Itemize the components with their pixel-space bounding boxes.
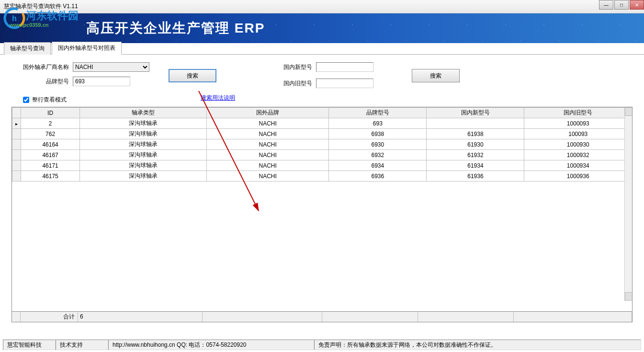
table-row[interactable]: 762 深沟球轴承 NACHI 6938 61938 100093 [12,129,632,139]
footer-label: 合计 [21,312,78,322]
col-id[interactable]: ID [21,108,79,118]
row-indicator [12,171,21,182]
col-type[interactable]: 轴承类型 [79,108,206,118]
cell-model[interactable]: 693 [329,118,427,129]
cell-old[interactable]: 1000932 [524,150,632,160]
cell-old[interactable]: 100093 [524,129,632,139]
search-form: 国外轴承厂商名称 NACHI 品牌型号 搜索 国内新型号 国内旧型号 [11,62,633,88]
cell-id[interactable]: 762 [21,129,79,139]
content-area: 国外轴承厂商名称 NACHI 品牌型号 搜索 国内新型号 国内旧型号 [0,55,644,322]
titlebar: 慧宏轴承型号查询软件 V1.11 — □ ✕ [0,0,644,13]
cell-type[interactable]: 深沟球轴承 [79,150,206,160]
domestic-new-input[interactable] [316,62,373,72]
cell-type[interactable]: 深沟球轴承 [79,160,206,171]
cell-new[interactable]: 61938 [427,129,524,139]
cell-id[interactable]: 46171 [21,160,79,171]
maximize-button[interactable]: □ [614,0,629,10]
manufacturer-select[interactable]: NACHI [73,62,149,72]
cell-model[interactable]: 6930 [329,139,427,150]
data-grid: ID 轴承类型 国外品牌 品牌型号 国内新型号 国内旧型号 2 深沟球轴承 NA… [11,107,633,322]
cell-type[interactable]: 深沟球轴承 [79,118,206,129]
cell-id[interactable]: 46164 [21,139,79,150]
brand-model-label: 品牌型号 [11,78,69,86]
manufacturer-label: 国外轴承厂商名称 [11,63,69,71]
svg-text:h: h [12,14,17,23]
search-button-left[interactable]: 搜索 [169,69,216,82]
col-old[interactable]: 国内旧型号 [524,108,632,118]
table-row[interactable]: 46175 深沟球轴承 NACHI 6936 61936 1000936 [12,171,632,182]
footer-count: 6 [78,312,203,322]
status-disclaimer: 免责声明：所有轴承数据来源于网络，本公司对数据准确性不作保证。 [314,340,641,350]
search-help-link[interactable]: 搜索用法说明 [201,94,235,102]
cell-type[interactable]: 深沟球轴承 [79,139,206,150]
search-button-right[interactable]: 搜索 [412,69,460,82]
table-row[interactable]: 46171 深沟球轴承 NACHI 6934 61934 1000934 [12,160,632,171]
table-row[interactable]: 2 深沟球轴承 NACHI 693 1000093 [12,118,632,129]
data-table[interactable]: ID 轴承类型 国外品牌 品牌型号 国内新型号 国内旧型号 2 深沟球轴承 NA… [12,107,632,182]
cell-brand[interactable]: NACHI [207,150,329,160]
brand-model-input[interactable] [73,77,130,86]
cell-id[interactable]: 2 [21,118,79,129]
domestic-old-label: 国内旧型号 [274,79,312,88]
cell-type[interactable]: 深沟球轴承 [79,171,206,182]
row-indicator [12,160,21,171]
cell-new[interactable]: 61930 [427,139,524,150]
cell-brand[interactable]: NACHI [207,139,329,150]
row-indicator [12,118,21,129]
col-brand[interactable]: 国外品牌 [207,108,329,118]
col-new[interactable]: 国内新型号 [427,108,524,118]
cell-old[interactable]: 1000936 [524,171,632,182]
table-row[interactable]: 46164 深沟球轴承 NACHI 6930 61930 1000930 [12,139,632,150]
tabs: 轴承型号查询 国内外轴承型号对照表 [0,43,644,55]
status-support[interactable]: 技术支持 [56,340,108,350]
cell-model[interactable]: 6932 [329,150,427,160]
col-model[interactable]: 品牌型号 [329,108,427,118]
domestic-old-input[interactable] [316,79,373,88]
row-header-corner [12,108,21,118]
statusbar: 慧宏智能科技 技术支持 http://www.nbhuihong.cn QQ: … [3,340,641,350]
cell-old[interactable]: 1000934 [524,160,632,171]
vertical-scrollbar[interactable] [624,107,632,301]
watermark-logo-icon: h [3,7,26,30]
domestic-new-label: 国内新型号 [274,63,312,71]
cell-old[interactable]: 1000093 [524,118,632,129]
row-indicator [12,139,21,150]
cell-model[interactable]: 6936 [329,171,427,182]
cell-type[interactable]: 深沟球轴承 [79,129,206,139]
cell-old[interactable]: 1000930 [524,139,632,150]
full-row-view-label: 整行查看模式 [32,96,67,104]
cell-new[interactable]: 61936 [427,171,524,182]
cell-new[interactable]: 61934 [427,160,524,171]
cell-brand[interactable]: NACHI [207,118,329,129]
banner: 高压开关企业生产管理 ERP [0,13,644,43]
table-row[interactable]: 46167 深沟球轴承 NACHI 6932 61932 1000932 [12,150,632,160]
window-controls: — □ ✕ [598,0,644,10]
cell-new[interactable] [427,118,524,129]
cell-brand[interactable]: NACHI [207,160,329,171]
row-indicator [12,129,21,139]
cell-id[interactable]: 46167 [21,150,79,160]
minimize-button[interactable]: — [599,0,613,10]
cell-new[interactable]: 61932 [427,150,524,160]
status-company: 慧宏智能科技 [3,340,56,350]
cell-brand[interactable]: NACHI [207,129,329,139]
cell-model[interactable]: 6938 [329,129,427,139]
banner-title: 高压开关企业生产管理 ERP [86,19,265,37]
status-contact: http://www.nbhuihong.cn QQ: 电话：0574-5822… [108,340,314,350]
cell-id[interactable]: 46175 [21,171,79,182]
grid-footer: 合计 6 [12,311,632,322]
tab-bearing-search[interactable]: 轴承型号查询 [4,42,51,55]
tab-comparison-table[interactable]: 国内外轴承型号对照表 [52,42,122,55]
cell-brand[interactable]: NACHI [207,171,329,182]
full-row-view-checkbox[interactable] [23,97,29,103]
row-indicator [12,150,21,160]
cell-model[interactable]: 6934 [329,160,427,171]
close-button[interactable]: ✕ [630,0,644,10]
